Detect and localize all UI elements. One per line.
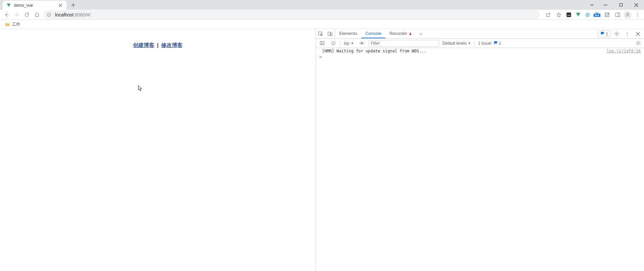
svg-point-12 [637, 13, 638, 13]
console-settings-icon[interactable] [633, 39, 643, 48]
console-sidebar-toggle-icon[interactable] [317, 39, 327, 48]
inspect-element-icon[interactable] [316, 29, 325, 39]
cursor-icon [138, 85, 143, 92]
svg-point-20 [627, 34, 628, 34]
flask-icon [409, 32, 412, 35]
console-message: [HMR] Waiting for update signal from WDS… [322, 49, 604, 53]
profile-avatar-icon[interactable] [624, 11, 631, 18]
devtools-tabbar: Elements Console Recorder 1 [316, 29, 644, 39]
toolbar-right: New [543, 10, 642, 19]
browser-tab[interactable]: demo_vue [3, 1, 66, 10]
tab-close-icon[interactable] [58, 3, 63, 8]
svg-point-11 [627, 13, 629, 15]
bookmark-label: 工作 [12, 21, 20, 27]
console-filter-input[interactable] [369, 40, 439, 47]
console-source-link[interactable]: log.js?1afd:24 [604, 49, 641, 53]
extensions-puzzle-icon[interactable] [602, 10, 612, 19]
message-icon [600, 31, 604, 36]
nav-home-button[interactable] [32, 10, 42, 19]
svg-point-19 [627, 32, 628, 33]
svg-point-18 [616, 33, 617, 35]
log-levels-selector[interactable]: Default levels▼ [441, 41, 472, 46]
console-output[interactable]: [HMR] Waiting for update signal from WDS… [316, 48, 644, 271]
extension-vue-icon[interactable] [574, 11, 582, 19]
nav-reload-button[interactable] [22, 10, 32, 19]
extension-new-icon[interactable]: New [593, 11, 601, 19]
svg-text:New: New [595, 14, 599, 16]
message-icon [494, 41, 498, 46]
devtools-settings-icon[interactable] [612, 29, 621, 39]
link-create-blog[interactable]: 创建博客 [133, 42, 154, 48]
page-nav-links: 创建博客 | 修改博客 [133, 42, 182, 49]
bookmark-star-icon[interactable] [554, 10, 563, 19]
tab-recorder[interactable]: Recorder [385, 29, 416, 38]
folder-icon [5, 22, 10, 27]
url-text: localhost:8080/#/ [55, 12, 91, 17]
sidepanel-icon[interactable] [613, 10, 623, 19]
svg-rect-0 [619, 3, 622, 6]
message-count-badge[interactable]: 1 [598, 30, 610, 37]
svg-point-13 [637, 14, 638, 15]
address-bar[interactable]: localhost:8080/#/ [44, 10, 540, 19]
share-icon[interactable] [543, 10, 553, 19]
window-controls [586, 0, 644, 10]
device-toggle-icon[interactable] [325, 29, 335, 39]
svg-point-2 [49, 14, 49, 14]
nav-forward-button[interactable] [12, 10, 21, 19]
devtools-menu-icon[interactable] [623, 29, 632, 39]
page-viewport: 创建博客 | 修改博客 [0, 29, 316, 271]
browser-toolbar: localhost:8080/#/ New [0, 10, 644, 20]
tab-console[interactable]: Console [361, 29, 385, 38]
svg-point-14 [637, 16, 638, 16]
svg-rect-3 [566, 12, 571, 17]
tab-title: demo_vue [14, 3, 58, 8]
tabs-overflow-icon[interactable] [416, 29, 425, 38]
devtools-close-icon[interactable] [633, 29, 643, 39]
devtools-panel: Elements Console Recorder 1 [316, 29, 644, 271]
console-log-row: [HMR] Waiting for update signal from WDS… [316, 48, 644, 54]
extension-icon-1[interactable] [565, 11, 573, 19]
svg-point-21 [627, 35, 628, 36]
console-toolbar: top▼ Default levels▼ 1 Issue: 1 [316, 39, 644, 48]
svg-point-7 [587, 14, 588, 15]
link-edit-blog[interactable]: 修改博客 [161, 42, 183, 48]
svg-rect-15 [319, 32, 322, 35]
svg-rect-10 [616, 13, 620, 16]
svg-point-5 [569, 15, 570, 16]
window-maximize-button[interactable] [613, 0, 629, 10]
extension-icon-3[interactable] [584, 11, 592, 19]
issues-badge[interactable]: 1 Issue: 1 [477, 41, 503, 46]
context-selector[interactable]: top▼ [342, 41, 355, 46]
site-info-icon[interactable] [46, 12, 52, 17]
bookmarks-bar: 工作 [0, 20, 644, 29]
link-separator: | [156, 42, 159, 48]
console-prompt[interactable]: > [316, 54, 644, 60]
nav-back-button[interactable] [2, 10, 11, 19]
chrome-menu-icon[interactable] [633, 10, 642, 19]
bookmark-folder[interactable]: 工作 [3, 21, 22, 28]
svg-point-24 [361, 43, 363, 44]
svg-point-25 [637, 43, 639, 44]
vue-favicon-icon [6, 3, 11, 8]
tab-elements[interactable]: Elements [335, 29, 361, 38]
window-minimize-button[interactable] [598, 0, 613, 10]
svg-point-4 [567, 15, 568, 16]
browser-tabstrip: demo_vue [0, 0, 644, 10]
tab-search-button[interactable] [586, 0, 598, 10]
new-tab-button[interactable] [68, 0, 78, 10]
live-expression-icon[interactable] [357, 39, 367, 48]
prompt-caret-icon: > [319, 55, 322, 59]
clear-console-icon[interactable] [329, 39, 338, 48]
window-close-button[interactable] [629, 0, 644, 10]
